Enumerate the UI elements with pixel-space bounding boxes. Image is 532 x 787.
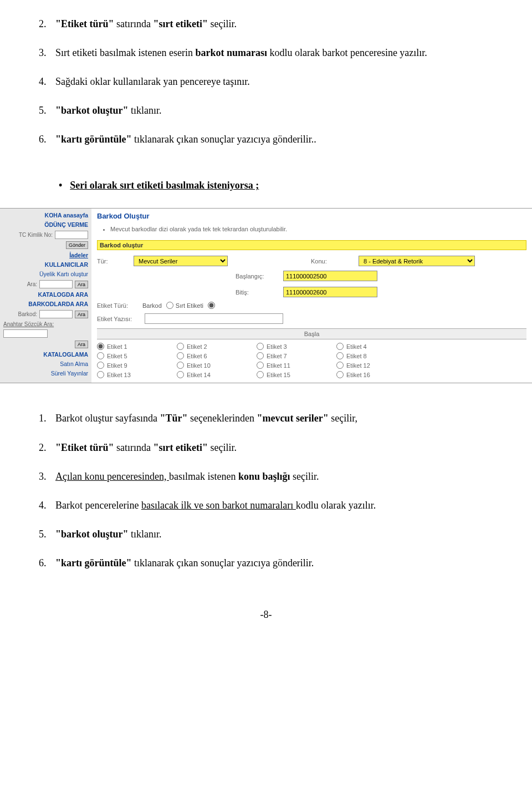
ara-label: Ara: <box>27 281 37 287</box>
tc-label: TC Kimlik No: <box>19 232 53 238</box>
link-kataloglama[interactable]: KATALOGLAMA <box>3 351 88 358</box>
etiket-turu-label: Etiket Türü: <box>97 302 141 309</box>
etiket-option[interactable]: Etiket 10 <box>177 362 249 369</box>
konu-select[interactable]: 8 - Edebiyat & Retorik <box>359 256 475 266</box>
etiket-option[interactable]: Etiket 13 <box>97 371 169 378</box>
etiket-option[interactable]: Etiket 14 <box>177 371 249 378</box>
list-item: 2."Etiket türü" satırında "sırt etiketi"… <box>39 440 493 455</box>
screenshot-embed: KOHA anasayfa ÖDÜNÇ VERME TC Kimlik No: … <box>0 208 532 383</box>
top-list: 2."Etiket türü" satırında "sırt etiketi"… <box>39 17 493 146</box>
etiket-option[interactable]: Etiket 15 <box>257 371 329 378</box>
list-item: 5."barkot oluştur" tıklanır. <box>39 527 493 541</box>
opt-sirt-radio[interactable] <box>208 302 215 309</box>
etiket-option[interactable]: Etiket 6 <box>177 352 249 359</box>
bottom-list: 1.Barkot oluştur sayfasında "Tür" seçene… <box>39 411 493 570</box>
link-barkod-ara[interactable]: BARKODLARDA ARA <box>3 301 88 307</box>
etiket-yazisi-label: Etiket Yazısı: <box>97 316 141 322</box>
section-bar: Barkod oluştur <box>97 240 526 250</box>
etiket-grid: Etiket 1Etiket 2Etiket 3Etiket 4Etiket 5… <box>97 343 526 378</box>
basla-bar[interactable]: Başla <box>97 328 526 339</box>
main-panel: Barkod Oluştur Mevcut barkodlar dizi ola… <box>91 209 532 383</box>
etiket-option[interactable]: Etiket 7 <box>257 352 329 359</box>
section-bullet: Seri olarak sırt etiketi basılmak isteni… <box>59 180 493 191</box>
link-kullanicilar[interactable]: KULLANICILAR <box>3 261 88 268</box>
list-item: 1.Barkot oluştur sayfasında "Tür" seçene… <box>39 411 493 425</box>
main-title: Barkod Oluştur <box>97 212 526 220</box>
list-item: 4.Sağdaki oklar kullanılarak yan pencere… <box>39 74 493 89</box>
anahtar-label: Anahtar Sözcük Ara: <box>3 321 54 327</box>
etiket-option[interactable]: Etiket 9 <box>97 362 169 369</box>
etiket-option[interactable]: Etiket 5 <box>97 352 169 359</box>
link-uyelik-karti[interactable]: Üyelik Kartı oluştur <box>3 271 88 277</box>
baslangic-label: Başlangıç: <box>236 273 280 280</box>
list-item: 4.Barkot pencerelerine basılacak ilk ve … <box>39 498 493 512</box>
link-satin-alma[interactable]: Satın Alma <box>3 361 88 367</box>
opt-sirt-label: Sırt Etiketi <box>176 302 203 309</box>
baslangic-input[interactable] <box>283 271 377 281</box>
anahtar-ara-button[interactable]: Ara <box>75 341 88 348</box>
konu-label: Konu: <box>311 258 355 265</box>
gonder-button[interactable]: Gönder <box>66 241 88 249</box>
list-item: 3.Sırt etiketi basılmak istenen eserin b… <box>39 45 493 60</box>
etiket-option[interactable]: Etiket 2 <box>177 343 249 350</box>
ara-input[interactable] <box>39 280 73 288</box>
barkod-input[interactable] <box>39 310 73 318</box>
sidebar: KOHA anasayfa ÖDÜNÇ VERME TC Kimlik No: … <box>0 209 91 383</box>
etiket-option[interactable]: Etiket 12 <box>336 362 408 369</box>
etiket-option[interactable]: Etiket 1 <box>97 343 169 350</box>
tur-label: Tür: <box>97 258 130 265</box>
page-number: -8- <box>39 609 493 621</box>
list-item: 6."kartı görüntüle" tıklanarak çıkan son… <box>39 556 493 570</box>
link-koha-home[interactable]: KOHA anasayfa <box>3 212 88 219</box>
link-odunc[interactable]: ÖDÜNÇ VERME <box>3 221 88 228</box>
list-item: 5."barkot oluştur" tıklanır. <box>39 103 493 118</box>
tc-input[interactable] <box>55 231 88 239</box>
bitis-label: Bitiş: <box>236 289 280 296</box>
bitis-input[interactable] <box>283 287 377 297</box>
etiket-option[interactable]: Etiket 3 <box>257 343 329 350</box>
list-item: 6."kartı görüntüle" tıklanarak çıkan son… <box>39 132 493 146</box>
etiket-option[interactable]: Etiket 4 <box>336 343 408 350</box>
opt-barkod-label: Barkod <box>142 302 162 309</box>
anahtar-input[interactable] <box>3 329 48 338</box>
etiket-option[interactable]: Etiket 16 <box>336 371 408 378</box>
list-item: 3.Açılan konu penceresinden, basılmak is… <box>39 469 493 484</box>
link-iadeler[interactable]: İadeler <box>3 252 88 258</box>
link-sureli[interactable]: Süreli Yayınlar <box>3 370 88 377</box>
tur-select[interactable]: Mevcut Seriler <box>134 256 228 266</box>
link-katalog-ara[interactable]: KATALOGDA ARA <box>3 291 88 298</box>
barkod-ara-button[interactable]: Ara <box>75 311 88 318</box>
etiket-option[interactable]: Etiket 8 <box>336 352 408 359</box>
etiket-option[interactable]: Etiket 11 <box>257 362 329 369</box>
etiket-yazisi-input[interactable] <box>145 313 283 324</box>
note-text: Mevcut barkodlar dizi olarak yada tek te… <box>110 226 526 232</box>
ara-button[interactable]: Ara <box>75 281 88 288</box>
list-item: 2."Etiket türü" satırında "sırt etiketi"… <box>39 17 493 31</box>
barkod-label: Barkod: <box>18 311 37 317</box>
opt-barkod-radio[interactable] <box>166 302 173 309</box>
